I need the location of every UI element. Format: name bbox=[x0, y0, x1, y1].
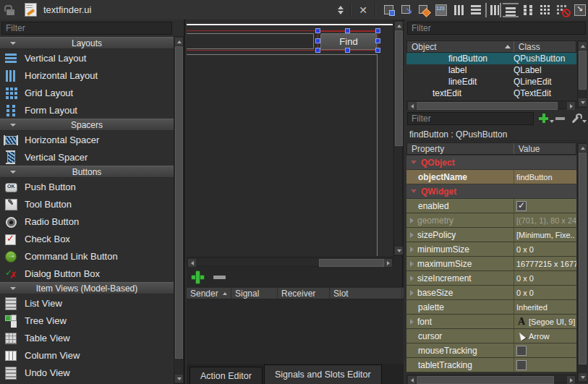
scrollbar-thumb[interactable] bbox=[417, 376, 554, 384]
expand-icon[interactable] bbox=[410, 247, 414, 252]
object-inspector-hscrollbar[interactable] bbox=[406, 101, 576, 109]
form-horizontal-scrollbar[interactable] bbox=[187, 257, 393, 267]
widget-item-horizontal-layout[interactable]: Horizontal Layout bbox=[0, 67, 174, 84]
widget-item-column-view[interactable]: Column View bbox=[0, 346, 174, 364]
widget-item-horizontal-spacer[interactable]: Horizontal Spacer bbox=[0, 131, 174, 148]
widget-item-command-link-button[interactable]: Command Link Button bbox=[0, 247, 174, 265]
object-row-lineEdit[interactable]: lineEditQLineEdit bbox=[406, 76, 576, 88]
property-row-cursor[interactable]: cursorArrow bbox=[406, 329, 576, 344]
widget-item-vertical-layout[interactable]: Vertical Layout bbox=[0, 49, 174, 67]
widget-filter-input[interactable] bbox=[1, 22, 172, 35]
property-row-maximumsize[interactable]: maximumSize16777215 x 1677.. bbox=[406, 257, 576, 271]
spin-up-icon[interactable] bbox=[338, 6, 344, 9]
property-row-minimumsize[interactable]: minimumSize0 x 0 bbox=[406, 242, 576, 257]
textedit-widget[interactable] bbox=[187, 54, 378, 256]
selection-handle[interactable] bbox=[315, 48, 320, 53]
column-header-signal[interactable]: Signal bbox=[231, 288, 278, 299]
scroll-up-icon[interactable] bbox=[579, 144, 587, 152]
scroll-up-icon[interactable] bbox=[395, 22, 403, 30]
widget-item-tool-button[interactable]: Tool Button bbox=[0, 195, 174, 213]
scrollbar-thumb[interactable] bbox=[175, 46, 183, 359]
edit-buddies-icon[interactable] bbox=[416, 3, 432, 17]
checkbox[interactable] bbox=[516, 360, 527, 370]
scroll-left-icon[interactable] bbox=[408, 102, 416, 110]
object-row-findButton[interactable]: findButtonQPushButton bbox=[406, 53, 576, 64]
widget-box-scrollbar[interactable] bbox=[174, 36, 184, 384]
spin-down-icon[interactable] bbox=[338, 11, 344, 14]
expand-icon[interactable] bbox=[410, 261, 414, 267]
selection-handle[interactable] bbox=[345, 48, 350, 53]
object-row-textEdit[interactable]: textEditQTextEdit bbox=[406, 88, 576, 99]
break-layout-icon[interactable] bbox=[555, 3, 571, 17]
widget-item-check-box[interactable]: Check Box bbox=[0, 230, 174, 247]
scrollbar-thumb[interactable] bbox=[319, 259, 384, 267]
checkbox[interactable] bbox=[516, 346, 527, 356]
tab-signals-and-slots-editor[interactable]: Signals and Slots Editor bbox=[264, 364, 382, 384]
add-connection-icon[interactable] bbox=[191, 270, 205, 284]
connections-table-body[interactable] bbox=[187, 300, 404, 364]
edit-tab-order-icon[interactable] bbox=[433, 3, 449, 17]
expand-icon[interactable] bbox=[410, 218, 414, 223]
property-row-objectname[interactable]: objectNamefindButton bbox=[406, 170, 576, 184]
chevron-down-icon[interactable] bbox=[582, 120, 587, 123]
scrollbar-thumb[interactable] bbox=[417, 102, 558, 110]
widget-item-tree-view[interactable]: Tree View bbox=[0, 312, 174, 329]
tab-action-editor[interactable]: Action Editor bbox=[189, 367, 263, 384]
property-row-tablettracking[interactable]: tabletTracking bbox=[406, 358, 576, 372]
layout-form-icon[interactable] bbox=[520, 3, 536, 17]
layout-vertical-splitter-icon[interactable] bbox=[503, 3, 519, 17]
scrollbar-thumb[interactable] bbox=[579, 51, 587, 90]
configure-property-editor-icon[interactable] bbox=[570, 113, 581, 124]
scroll-down-icon[interactable] bbox=[579, 98, 587, 106]
checkbox[interactable] bbox=[516, 201, 527, 211]
file-name[interactable]: textfinder.ui bbox=[43, 4, 92, 15]
column-header-slot[interactable]: Slot bbox=[330, 288, 402, 299]
property-group-qwidget[interactable]: QWidget bbox=[406, 184, 576, 199]
scroll-up-icon[interactable] bbox=[579, 42, 587, 50]
property-row-font[interactable]: font[Segoe UI, 9] bbox=[406, 315, 576, 329]
property-row-mousetracking[interactable]: mouseTracking bbox=[406, 344, 576, 358]
column-header-sender[interactable]: Sender bbox=[187, 288, 231, 299]
scroll-right-icon[interactable] bbox=[384, 259, 392, 267]
edit-widgets-icon[interactable] bbox=[381, 3, 397, 17]
widget-item-radio-button[interactable]: Radio Button bbox=[0, 213, 174, 230]
expand-icon[interactable] bbox=[410, 319, 414, 325]
column-header-value[interactable]: Value bbox=[514, 143, 576, 154]
column-header-receiver[interactable]: Receiver bbox=[278, 288, 330, 299]
form-vertical-scrollbar[interactable] bbox=[393, 20, 403, 256]
widget-item-table-view[interactable]: Table View bbox=[0, 329, 174, 346]
scrollbar-thumb[interactable] bbox=[579, 153, 587, 364]
property-editor-vscrollbar[interactable] bbox=[577, 142, 587, 383]
widget-item-list-view[interactable]: List View bbox=[0, 294, 174, 312]
column-header-class[interactable]: Class bbox=[514, 41, 576, 52]
widget-item-undo-view[interactable]: Undo View bbox=[0, 364, 174, 381]
file-selector-spinner[interactable] bbox=[333, 6, 348, 14]
adjust-size-icon[interactable] bbox=[572, 3, 588, 17]
widget-item-vertical-spacer[interactable]: Vertical Spacer bbox=[0, 148, 174, 166]
layout-vertical-icon[interactable] bbox=[468, 3, 484, 17]
expand-icon[interactable] bbox=[410, 276, 414, 281]
expand-icon[interactable] bbox=[410, 232, 414, 238]
selection-handle[interactable] bbox=[375, 28, 380, 33]
edit-signals-slots-icon[interactable] bbox=[399, 3, 414, 17]
selection-handle[interactable] bbox=[375, 48, 380, 53]
layout-horizontal-splitter-icon[interactable] bbox=[485, 3, 501, 17]
property-row-palette[interactable]: paletteInherited bbox=[406, 300, 576, 315]
category-header-spacers[interactable]: Spacers bbox=[0, 119, 174, 131]
scroll-down-icon[interactable] bbox=[175, 375, 183, 383]
object-inspector-vscrollbar[interactable] bbox=[577, 40, 587, 108]
layout-horizontal-icon[interactable] bbox=[451, 3, 466, 17]
scroll-down-icon[interactable] bbox=[395, 247, 403, 255]
add-dynamic-property-icon[interactable] bbox=[538, 113, 549, 124]
column-header-property[interactable]: Property bbox=[407, 143, 514, 154]
close-icon[interactable]: ✕ bbox=[354, 4, 372, 16]
chevron-down-icon[interactable] bbox=[550, 120, 554, 123]
scrollbar-thumb[interactable] bbox=[395, 30, 403, 146]
scroll-left-icon[interactable] bbox=[408, 376, 416, 384]
property-row-basesize[interactable]: baseSize0 x 0 bbox=[406, 286, 576, 300]
selection-handle[interactable] bbox=[315, 28, 320, 33]
object-row-label[interactable]: labelQLabel bbox=[406, 64, 576, 76]
widget-item-form-layout[interactable]: Form Layout bbox=[0, 101, 174, 119]
form-canvas[interactable]: Find bbox=[187, 20, 393, 256]
object-inspector-filter-input[interactable] bbox=[407, 22, 586, 35]
